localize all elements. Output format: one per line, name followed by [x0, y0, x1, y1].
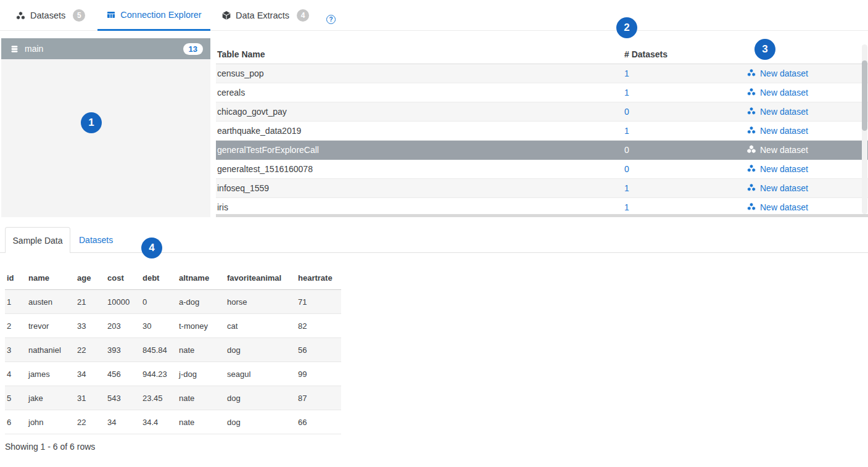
sample-cell: dog: [227, 394, 298, 403]
sample-column-header: cost: [107, 273, 143, 283]
sample-cell: dog: [227, 418, 298, 427]
connection-explorer-screen: Datasets 5 Connection Explorer: [0, 0, 868, 467]
sample-cell: 22: [77, 345, 107, 355]
sample-cell: james: [28, 370, 77, 379]
sample-cell: john: [28, 418, 77, 427]
table-grid-icon: [106, 10, 116, 20]
tab-data-extracts-badge: 4: [297, 9, 309, 22]
dataset-count-cell: 0: [624, 107, 746, 117]
horizontal-scrollbar[interactable]: [216, 214, 868, 217]
detail-tab-baseline: [0, 252, 868, 253]
sample-cell: 393: [107, 345, 143, 355]
sample-cell: nathaniel: [28, 345, 77, 355]
schema-panel: main 13: [1, 38, 210, 217]
table-name-cell: generaltest_1516160078: [216, 164, 624, 174]
sample-cell: seagul: [227, 370, 298, 379]
new-dataset-label: New dataset: [760, 126, 808, 136]
sample-cell: trevor: [28, 321, 77, 331]
dataset-cluster-icon: [746, 183, 756, 194]
annotation-circle: 1: [81, 112, 102, 133]
sample-cell: 456: [107, 370, 143, 379]
new-dataset-link[interactable]: New dataset: [746, 68, 868, 80]
annotation-circle: 2: [616, 17, 637, 38]
vertical-scrollbar-thumb[interactable]: [862, 60, 867, 131]
table-row[interactable]: infoseq_1559 1 New dataset: [216, 179, 868, 198]
tab-connection-explorer[interactable]: Connection Explorer: [97, 0, 210, 31]
table-name-cell: generalTestForExploreCall: [216, 145, 624, 155]
sample-cell: horse: [227, 297, 298, 307]
sample-cell: austen: [28, 297, 77, 307]
sample-cell: 21: [77, 297, 107, 307]
dataset-count-cell: 1: [624, 126, 746, 136]
table-row[interactable]: generalTestForExploreCall 0 New dataset: [216, 141, 868, 160]
new-dataset-link[interactable]: New dataset: [746, 163, 868, 175]
dataset-cluster-icon: [746, 202, 756, 213]
sample-cell: 30: [143, 321, 179, 331]
new-dataset-label: New dataset: [760, 88, 808, 97]
new-dataset-link[interactable]: New dataset: [746, 125, 868, 137]
new-dataset-link[interactable]: New dataset: [746, 87, 868, 99]
sample-row: 4james34456944.23j-dogseagul99: [5, 362, 341, 386]
table-name-cell: earthquake_data2019: [216, 126, 624, 136]
new-dataset-label: New dataset: [760, 107, 808, 117]
table-row[interactable]: cereals 1 New dataset: [216, 83, 868, 102]
sample-cell: 944.23: [143, 370, 179, 379]
sample-cell: 99: [298, 370, 341, 379]
table-row[interactable]: census_pop 1 New dataset: [216, 64, 868, 83]
sample-cell: 34.4: [143, 418, 179, 427]
connection-tables-panel: Table Name # Datasets census_pop 1 New d…: [216, 44, 868, 217]
tab-datasets[interactable]: Datasets 5: [15, 0, 85, 31]
schema-item-main[interactable]: main 13: [1, 38, 210, 59]
sample-table-body: 1austen21100000a-doghorse712trevor332033…: [5, 290, 341, 434]
new-dataset-label: New dataset: [760, 68, 808, 78]
detail-tab-bar: Sample Data Datasets: [0, 227, 868, 253]
sample-cell: 6: [7, 418, 28, 427]
sample-cell: 33: [77, 321, 107, 331]
new-dataset-link[interactable]: New dataset: [746, 144, 868, 156]
table-row[interactable]: chicago_govt_pay 0 New dataset: [216, 102, 868, 122]
sample-data-table: idnameagecostdebtaltnamefavoriteanimalhe…: [5, 267, 341, 434]
table-row[interactable]: generaltest_1516160078 0 New dataset: [216, 160, 868, 179]
sample-column-header: favoriteanimal: [227, 273, 298, 283]
sample-cell: nate: [179, 394, 227, 403]
new-dataset-link[interactable]: New dataset: [746, 183, 868, 194]
tab-data-extracts-label: Data Extracts: [236, 10, 289, 20]
sample-cell: 34: [77, 370, 107, 379]
table-name-cell: infoseq_1559: [216, 183, 624, 193]
sample-cell: 87: [298, 394, 341, 403]
new-dataset-link[interactable]: New dataset: [746, 106, 868, 118]
tab-sample-data[interactable]: Sample Data: [5, 227, 70, 253]
sample-cell: 845.84: [143, 345, 179, 355]
schema-name: main: [25, 44, 43, 54]
sample-cell: 2: [7, 321, 28, 331]
sample-cell: nate: [179, 345, 227, 355]
table-row[interactable]: earthquake_data2019 1 New dataset: [216, 122, 868, 141]
dataset-count-cell: 1: [624, 88, 746, 97]
sample-cell: 0: [143, 297, 179, 307]
tab-detail-datasets[interactable]: Datasets: [79, 227, 113, 252]
tab-connection-explorer-label: Connection Explorer: [120, 10, 201, 20]
database-icon: [10, 44, 19, 54]
sample-row: 6john223434.4natedog66: [5, 410, 341, 434]
tab-datasets-label: Datasets: [30, 10, 65, 20]
sample-cell: 10000: [107, 297, 143, 307]
sample-cell: a-dog: [179, 297, 227, 307]
sample-column-header: name: [28, 273, 77, 283]
annotation-circle: 4: [141, 238, 162, 258]
dataset-count-cell: 1: [624, 68, 746, 78]
sample-cell: 1: [7, 297, 28, 307]
tab-data-extracts[interactable]: Data Extracts 4: [221, 0, 309, 31]
sample-cell: 3: [7, 345, 28, 355]
column-header-dataset-count: # Datasets: [624, 49, 746, 59]
sample-cell: cat: [227, 321, 298, 331]
table-name-cell: cereals: [216, 88, 624, 97]
sample-cell: 543: [107, 394, 143, 403]
dataset-count-cell: 1: [624, 183, 746, 193]
help-icon[interactable]: ?: [326, 15, 336, 24]
new-dataset-label: New dataset: [760, 164, 808, 174]
table-name-cell: chicago_govt_pay: [216, 107, 624, 117]
sample-row: 1austen21100000a-doghorse71: [5, 290, 341, 314]
sample-cell: 31: [77, 394, 107, 403]
vertical-scrollbar[interactable]: [862, 44, 867, 214]
new-dataset-link[interactable]: New dataset: [746, 202, 868, 213]
